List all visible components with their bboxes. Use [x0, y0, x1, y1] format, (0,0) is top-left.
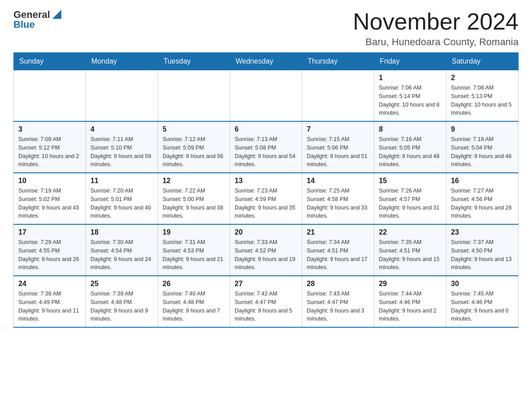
month-title: November 2024: [353, 9, 519, 34]
title-block: November 2024 Baru, Hunedoara County, Ro…: [353, 9, 519, 48]
day-info: Sunrise: 7:13 AM Sunset: 5:08 PM Dayligh…: [235, 135, 297, 169]
calendar-cell: [302, 70, 374, 122]
weekday-header-wednesday: Wednesday: [230, 53, 302, 70]
day-number: 6: [235, 125, 297, 133]
day-info: Sunrise: 7:15 AM Sunset: 5:06 PM Dayligh…: [307, 135, 369, 169]
day-number: 20: [235, 228, 297, 236]
calendar-cell: [158, 70, 230, 122]
day-info: Sunrise: 7:16 AM Sunset: 5:05 PM Dayligh…: [379, 135, 442, 169]
day-number: 24: [18, 280, 81, 288]
calendar-cell: 7Sunrise: 7:15 AM Sunset: 5:06 PM Daylig…: [302, 121, 374, 173]
day-info: Sunrise: 7:34 AM Sunset: 4:51 PM Dayligh…: [307, 238, 369, 272]
weekday-header-monday: Monday: [86, 53, 158, 70]
day-number: 4: [90, 125, 153, 133]
calendar-cell: 8Sunrise: 7:16 AM Sunset: 5:05 PM Daylig…: [374, 121, 446, 173]
calendar-cell: 30Sunrise: 7:45 AM Sunset: 4:46 PM Dayli…: [446, 276, 519, 327]
day-info: Sunrise: 7:22 AM Sunset: 5:00 PM Dayligh…: [163, 187, 225, 220]
calendar-cell: 11Sunrise: 7:20 AM Sunset: 5:01 PM Dayli…: [86, 173, 158, 224]
day-info: Sunrise: 7:27 AM Sunset: 4:56 PM Dayligh…: [451, 187, 514, 220]
day-info: Sunrise: 7:44 AM Sunset: 4:46 PM Dayligh…: [379, 290, 442, 323]
day-number: 19: [163, 228, 225, 236]
calendar-cell: 1Sunrise: 7:06 AM Sunset: 5:14 PM Daylig…: [374, 70, 446, 122]
day-info: Sunrise: 7:08 AM Sunset: 5:13 PM Dayligh…: [451, 84, 514, 117]
day-info: Sunrise: 7:26 AM Sunset: 4:57 PM Dayligh…: [379, 187, 442, 220]
calendar-cell: 13Sunrise: 7:23 AM Sunset: 4:59 PM Dayli…: [230, 173, 302, 224]
day-info: Sunrise: 7:39 AM Sunset: 4:48 PM Dayligh…: [90, 290, 153, 323]
calendar-cell: 25Sunrise: 7:39 AM Sunset: 4:48 PM Dayli…: [86, 276, 158, 327]
weekday-header-sunday: Sunday: [14, 53, 86, 70]
logo-blue-text: Blue: [13, 19, 35, 30]
calendar-cell: [14, 70, 86, 122]
day-info: Sunrise: 7:43 AM Sunset: 4:47 PM Dayligh…: [307, 290, 369, 323]
day-info: Sunrise: 7:11 AM Sunset: 5:10 PM Dayligh…: [90, 135, 153, 169]
week-row-3: 10Sunrise: 7:19 AM Sunset: 5:02 PM Dayli…: [14, 173, 519, 224]
day-number: 29: [379, 280, 442, 288]
logo: General Blue: [13, 9, 61, 30]
day-info: Sunrise: 7:42 AM Sunset: 4:47 PM Dayligh…: [235, 290, 297, 323]
day-info: Sunrise: 7:06 AM Sunset: 5:14 PM Dayligh…: [379, 84, 442, 117]
day-number: 9: [451, 125, 514, 133]
day-info: Sunrise: 7:19 AM Sunset: 5:02 PM Dayligh…: [18, 187, 81, 220]
calendar-cell: 9Sunrise: 7:18 AM Sunset: 5:04 PM Daylig…: [446, 121, 519, 173]
day-info: Sunrise: 7:37 AM Sunset: 4:50 PM Dayligh…: [451, 238, 514, 272]
day-info: Sunrise: 7:40 AM Sunset: 4:48 PM Dayligh…: [163, 290, 225, 323]
weekday-header-row: SundayMondayTuesdayWednesdayThursdayFrid…: [14, 53, 519, 70]
weekday-header-saturday: Saturday: [446, 53, 519, 70]
day-info: Sunrise: 7:09 AM Sunset: 5:12 PM Dayligh…: [18, 135, 81, 169]
svg-marker-0: [52, 10, 61, 19]
week-row-2: 3Sunrise: 7:09 AM Sunset: 5:12 PM Daylig…: [14, 121, 519, 173]
day-number: 25: [90, 280, 153, 288]
calendar-cell: 26Sunrise: 7:40 AM Sunset: 4:48 PM Dayli…: [158, 276, 230, 327]
day-number: 5: [163, 125, 225, 133]
day-number: 27: [235, 280, 297, 288]
day-number: 13: [235, 177, 297, 185]
day-info: Sunrise: 7:20 AM Sunset: 5:01 PM Dayligh…: [90, 187, 153, 220]
page-header: General Blue November 2024 Baru, Hunedoa…: [13, 9, 519, 48]
calendar-cell: 23Sunrise: 7:37 AM Sunset: 4:50 PM Dayli…: [446, 224, 519, 276]
weekday-header-thursday: Thursday: [302, 53, 374, 70]
calendar-cell: 29Sunrise: 7:44 AM Sunset: 4:46 PM Dayli…: [374, 276, 446, 327]
day-number: 11: [90, 177, 153, 185]
day-number: 2: [451, 74, 514, 82]
calendar-cell: 24Sunrise: 7:38 AM Sunset: 4:49 PM Dayli…: [14, 276, 86, 327]
calendar-cell: 15Sunrise: 7:26 AM Sunset: 4:57 PM Dayli…: [374, 173, 446, 224]
calendar-cell: 22Sunrise: 7:35 AM Sunset: 4:51 PM Dayli…: [374, 224, 446, 276]
calendar-cell: 4Sunrise: 7:11 AM Sunset: 5:10 PM Daylig…: [86, 121, 158, 173]
calendar-table: SundayMondayTuesdayWednesdayThursdayFrid…: [13, 52, 519, 328]
day-info: Sunrise: 7:12 AM Sunset: 5:09 PM Dayligh…: [163, 135, 225, 169]
calendar-cell: 2Sunrise: 7:08 AM Sunset: 5:13 PM Daylig…: [446, 70, 519, 122]
day-info: Sunrise: 7:29 AM Sunset: 4:55 PM Dayligh…: [18, 238, 81, 272]
day-number: 8: [379, 125, 442, 133]
day-info: Sunrise: 7:18 AM Sunset: 5:04 PM Dayligh…: [451, 135, 514, 169]
calendar-cell: [230, 70, 302, 122]
calendar-cell: 28Sunrise: 7:43 AM Sunset: 4:47 PM Dayli…: [302, 276, 374, 327]
calendar-cell: 3Sunrise: 7:09 AM Sunset: 5:12 PM Daylig…: [14, 121, 86, 173]
day-number: 26: [163, 280, 225, 288]
calendar-cell: 27Sunrise: 7:42 AM Sunset: 4:47 PM Dayli…: [230, 276, 302, 327]
calendar-cell: 16Sunrise: 7:27 AM Sunset: 4:56 PM Dayli…: [446, 173, 519, 224]
day-number: 15: [379, 177, 442, 185]
logo-triangle-icon: [51, 10, 61, 20]
day-number: 28: [307, 280, 369, 288]
day-info: Sunrise: 7:23 AM Sunset: 4:59 PM Dayligh…: [235, 187, 297, 220]
calendar-cell: 6Sunrise: 7:13 AM Sunset: 5:08 PM Daylig…: [230, 121, 302, 173]
calendar-cell: 19Sunrise: 7:31 AM Sunset: 4:53 PM Dayli…: [158, 224, 230, 276]
calendar-cell: 21Sunrise: 7:34 AM Sunset: 4:51 PM Dayli…: [302, 224, 374, 276]
day-number: 30: [451, 280, 514, 288]
day-info: Sunrise: 7:31 AM Sunset: 4:53 PM Dayligh…: [163, 238, 225, 272]
calendar-cell: 18Sunrise: 7:30 AM Sunset: 4:54 PM Dayli…: [86, 224, 158, 276]
location-title: Baru, Hunedoara County, Romania: [353, 36, 519, 48]
day-info: Sunrise: 7:33 AM Sunset: 4:52 PM Dayligh…: [235, 238, 297, 272]
day-number: 17: [18, 228, 81, 236]
day-number: 14: [307, 177, 369, 185]
calendar-cell: 10Sunrise: 7:19 AM Sunset: 5:02 PM Dayli…: [14, 173, 86, 224]
weekday-header-friday: Friday: [374, 53, 446, 70]
day-info: Sunrise: 7:30 AM Sunset: 4:54 PM Dayligh…: [90, 238, 153, 272]
week-row-4: 17Sunrise: 7:29 AM Sunset: 4:55 PM Dayli…: [14, 224, 519, 276]
day-number: 12: [163, 177, 225, 185]
calendar-cell: [86, 70, 158, 122]
weekday-header-tuesday: Tuesday: [158, 53, 230, 70]
day-number: 18: [90, 228, 153, 236]
week-row-5: 24Sunrise: 7:38 AM Sunset: 4:49 PM Dayli…: [14, 276, 519, 327]
day-info: Sunrise: 7:25 AM Sunset: 4:58 PM Dayligh…: [307, 187, 369, 220]
